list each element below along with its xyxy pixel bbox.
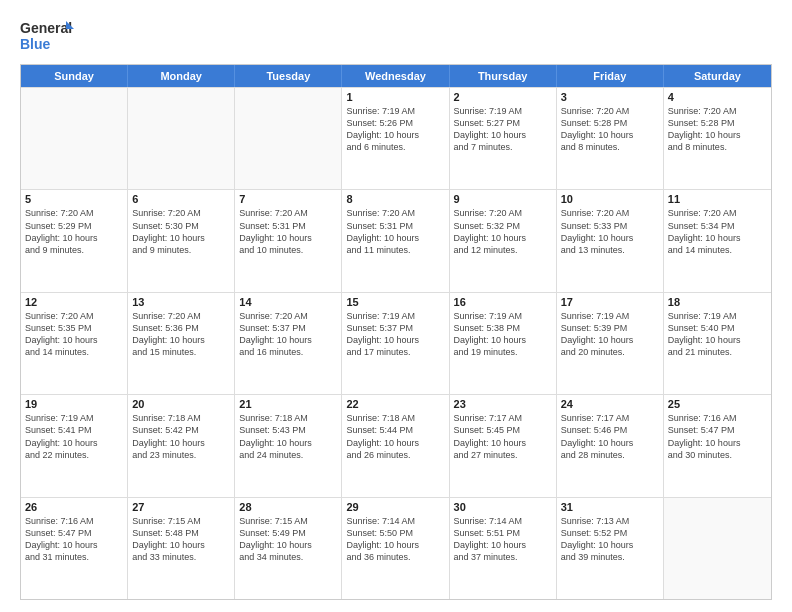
day-number: 31 bbox=[561, 501, 659, 513]
day-cell-1: 1Sunrise: 7:19 AM Sunset: 5:26 PM Daylig… bbox=[342, 88, 449, 189]
day-cell-28: 28Sunrise: 7:15 AM Sunset: 5:49 PM Dayli… bbox=[235, 498, 342, 599]
day-cell-10: 10Sunrise: 7:20 AM Sunset: 5:33 PM Dayli… bbox=[557, 190, 664, 291]
day-cell-17: 17Sunrise: 7:19 AM Sunset: 5:39 PM Dayli… bbox=[557, 293, 664, 394]
day-number: 23 bbox=[454, 398, 552, 410]
day-cell-12: 12Sunrise: 7:20 AM Sunset: 5:35 PM Dayli… bbox=[21, 293, 128, 394]
day-number: 12 bbox=[25, 296, 123, 308]
empty-cell bbox=[664, 498, 771, 599]
day-number: 24 bbox=[561, 398, 659, 410]
logo: GeneralBlue bbox=[20, 16, 80, 54]
calendar-row-1: 1Sunrise: 7:19 AM Sunset: 5:26 PM Daylig… bbox=[21, 87, 771, 189]
day-number: 8 bbox=[346, 193, 444, 205]
day-number: 10 bbox=[561, 193, 659, 205]
empty-cell bbox=[128, 88, 235, 189]
calendar-row-4: 19Sunrise: 7:19 AM Sunset: 5:41 PM Dayli… bbox=[21, 394, 771, 496]
day-cell-2: 2Sunrise: 7:19 AM Sunset: 5:27 PM Daylig… bbox=[450, 88, 557, 189]
day-info: Sunrise: 7:19 AM Sunset: 5:41 PM Dayligh… bbox=[25, 412, 123, 461]
weekday-header-saturday: Saturday bbox=[664, 65, 771, 87]
svg-text:Blue: Blue bbox=[20, 36, 51, 52]
day-info: Sunrise: 7:17 AM Sunset: 5:46 PM Dayligh… bbox=[561, 412, 659, 461]
day-number: 2 bbox=[454, 91, 552, 103]
day-info: Sunrise: 7:20 AM Sunset: 5:31 PM Dayligh… bbox=[239, 207, 337, 256]
day-info: Sunrise: 7:20 AM Sunset: 5:30 PM Dayligh… bbox=[132, 207, 230, 256]
day-info: Sunrise: 7:18 AM Sunset: 5:44 PM Dayligh… bbox=[346, 412, 444, 461]
day-info: Sunrise: 7:19 AM Sunset: 5:39 PM Dayligh… bbox=[561, 310, 659, 359]
svg-text:General: General bbox=[20, 20, 72, 36]
day-info: Sunrise: 7:20 AM Sunset: 5:34 PM Dayligh… bbox=[668, 207, 767, 256]
day-number: 17 bbox=[561, 296, 659, 308]
calendar: SundayMondayTuesdayWednesdayThursdayFrid… bbox=[20, 64, 772, 600]
day-number: 7 bbox=[239, 193, 337, 205]
day-number: 26 bbox=[25, 501, 123, 513]
day-number: 16 bbox=[454, 296, 552, 308]
header: GeneralBlue bbox=[20, 16, 772, 54]
day-number: 19 bbox=[25, 398, 123, 410]
day-number: 25 bbox=[668, 398, 767, 410]
day-cell-20: 20Sunrise: 7:18 AM Sunset: 5:42 PM Dayli… bbox=[128, 395, 235, 496]
day-info: Sunrise: 7:20 AM Sunset: 5:32 PM Dayligh… bbox=[454, 207, 552, 256]
day-info: Sunrise: 7:19 AM Sunset: 5:38 PM Dayligh… bbox=[454, 310, 552, 359]
day-info: Sunrise: 7:14 AM Sunset: 5:51 PM Dayligh… bbox=[454, 515, 552, 564]
day-cell-19: 19Sunrise: 7:19 AM Sunset: 5:41 PM Dayli… bbox=[21, 395, 128, 496]
day-number: 30 bbox=[454, 501, 552, 513]
day-info: Sunrise: 7:15 AM Sunset: 5:49 PM Dayligh… bbox=[239, 515, 337, 564]
day-number: 22 bbox=[346, 398, 444, 410]
day-number: 21 bbox=[239, 398, 337, 410]
day-info: Sunrise: 7:20 AM Sunset: 5:35 PM Dayligh… bbox=[25, 310, 123, 359]
day-number: 5 bbox=[25, 193, 123, 205]
day-info: Sunrise: 7:17 AM Sunset: 5:45 PM Dayligh… bbox=[454, 412, 552, 461]
calendar-row-3: 12Sunrise: 7:20 AM Sunset: 5:35 PM Dayli… bbox=[21, 292, 771, 394]
day-info: Sunrise: 7:16 AM Sunset: 5:47 PM Dayligh… bbox=[668, 412, 767, 461]
page: GeneralBlue SundayMondayTuesdayWednesday… bbox=[0, 0, 792, 612]
day-number: 4 bbox=[668, 91, 767, 103]
day-cell-11: 11Sunrise: 7:20 AM Sunset: 5:34 PM Dayli… bbox=[664, 190, 771, 291]
day-cell-15: 15Sunrise: 7:19 AM Sunset: 5:37 PM Dayli… bbox=[342, 293, 449, 394]
day-number: 3 bbox=[561, 91, 659, 103]
day-cell-26: 26Sunrise: 7:16 AM Sunset: 5:47 PM Dayli… bbox=[21, 498, 128, 599]
weekday-header-sunday: Sunday bbox=[21, 65, 128, 87]
day-info: Sunrise: 7:20 AM Sunset: 5:29 PM Dayligh… bbox=[25, 207, 123, 256]
day-info: Sunrise: 7:20 AM Sunset: 5:33 PM Dayligh… bbox=[561, 207, 659, 256]
day-cell-21: 21Sunrise: 7:18 AM Sunset: 5:43 PM Dayli… bbox=[235, 395, 342, 496]
day-number: 28 bbox=[239, 501, 337, 513]
day-cell-4: 4Sunrise: 7:20 AM Sunset: 5:28 PM Daylig… bbox=[664, 88, 771, 189]
day-info: Sunrise: 7:19 AM Sunset: 5:37 PM Dayligh… bbox=[346, 310, 444, 359]
day-cell-27: 27Sunrise: 7:15 AM Sunset: 5:48 PM Dayli… bbox=[128, 498, 235, 599]
empty-cell bbox=[21, 88, 128, 189]
day-cell-9: 9Sunrise: 7:20 AM Sunset: 5:32 PM Daylig… bbox=[450, 190, 557, 291]
day-number: 13 bbox=[132, 296, 230, 308]
day-number: 9 bbox=[454, 193, 552, 205]
day-number: 29 bbox=[346, 501, 444, 513]
day-info: Sunrise: 7:19 AM Sunset: 5:26 PM Dayligh… bbox=[346, 105, 444, 154]
weekday-header-wednesday: Wednesday bbox=[342, 65, 449, 87]
day-cell-7: 7Sunrise: 7:20 AM Sunset: 5:31 PM Daylig… bbox=[235, 190, 342, 291]
day-cell-30: 30Sunrise: 7:14 AM Sunset: 5:51 PM Dayli… bbox=[450, 498, 557, 599]
day-number: 11 bbox=[668, 193, 767, 205]
day-info: Sunrise: 7:16 AM Sunset: 5:47 PM Dayligh… bbox=[25, 515, 123, 564]
weekday-header-monday: Monday bbox=[128, 65, 235, 87]
day-number: 6 bbox=[132, 193, 230, 205]
day-info: Sunrise: 7:13 AM Sunset: 5:52 PM Dayligh… bbox=[561, 515, 659, 564]
day-info: Sunrise: 7:15 AM Sunset: 5:48 PM Dayligh… bbox=[132, 515, 230, 564]
day-info: Sunrise: 7:20 AM Sunset: 5:37 PM Dayligh… bbox=[239, 310, 337, 359]
day-number: 18 bbox=[668, 296, 767, 308]
day-cell-18: 18Sunrise: 7:19 AM Sunset: 5:40 PM Dayli… bbox=[664, 293, 771, 394]
day-number: 14 bbox=[239, 296, 337, 308]
logo-svg: GeneralBlue bbox=[20, 16, 80, 54]
day-cell-8: 8Sunrise: 7:20 AM Sunset: 5:31 PM Daylig… bbox=[342, 190, 449, 291]
calendar-header-row: SundayMondayTuesdayWednesdayThursdayFrid… bbox=[21, 65, 771, 87]
day-cell-22: 22Sunrise: 7:18 AM Sunset: 5:44 PM Dayli… bbox=[342, 395, 449, 496]
day-cell-13: 13Sunrise: 7:20 AM Sunset: 5:36 PM Dayli… bbox=[128, 293, 235, 394]
day-cell-25: 25Sunrise: 7:16 AM Sunset: 5:47 PM Dayli… bbox=[664, 395, 771, 496]
day-info: Sunrise: 7:20 AM Sunset: 5:28 PM Dayligh… bbox=[561, 105, 659, 154]
day-info: Sunrise: 7:19 AM Sunset: 5:40 PM Dayligh… bbox=[668, 310, 767, 359]
day-info: Sunrise: 7:20 AM Sunset: 5:28 PM Dayligh… bbox=[668, 105, 767, 154]
day-cell-31: 31Sunrise: 7:13 AM Sunset: 5:52 PM Dayli… bbox=[557, 498, 664, 599]
day-cell-14: 14Sunrise: 7:20 AM Sunset: 5:37 PM Dayli… bbox=[235, 293, 342, 394]
day-number: 20 bbox=[132, 398, 230, 410]
day-cell-23: 23Sunrise: 7:17 AM Sunset: 5:45 PM Dayli… bbox=[450, 395, 557, 496]
day-info: Sunrise: 7:18 AM Sunset: 5:43 PM Dayligh… bbox=[239, 412, 337, 461]
day-info: Sunrise: 7:14 AM Sunset: 5:50 PM Dayligh… bbox=[346, 515, 444, 564]
weekday-header-friday: Friday bbox=[557, 65, 664, 87]
day-cell-29: 29Sunrise: 7:14 AM Sunset: 5:50 PM Dayli… bbox=[342, 498, 449, 599]
